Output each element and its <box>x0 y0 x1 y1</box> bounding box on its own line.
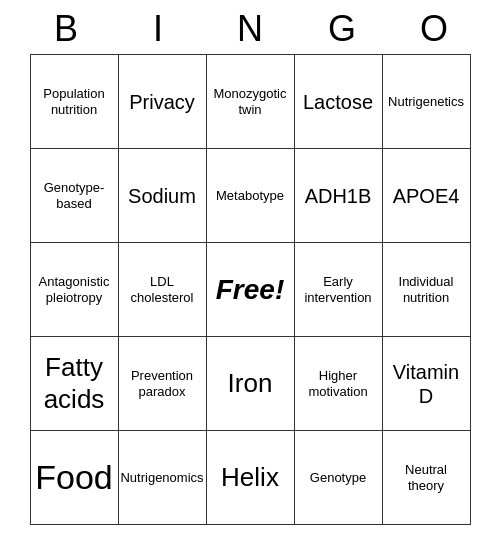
bingo-cell-4[interactable]: Nutrigenetics <box>383 55 471 149</box>
bingo-cell-22[interactable]: Helix <box>207 431 295 525</box>
bingo-cell-12[interactable]: Free! <box>207 243 295 337</box>
bingo-cell-15[interactable]: Fatty acids <box>31 337 119 431</box>
bingo-cell-3[interactable]: Lactose <box>295 55 383 149</box>
bingo-cell-7[interactable]: Metabotype <box>207 149 295 243</box>
bingo-cell-14[interactable]: Individual nutrition <box>383 243 471 337</box>
bingo-cell-9[interactable]: APOE4 <box>383 149 471 243</box>
bingo-cell-23[interactable]: Genotype <box>295 431 383 525</box>
bingo-cell-1[interactable]: Privacy <box>119 55 207 149</box>
bingo-header: BINGO <box>20 0 480 54</box>
bingo-cell-19[interactable]: Vitamin D <box>383 337 471 431</box>
bingo-cell-20[interactable]: Food <box>31 431 119 525</box>
bingo-grid: Population nutritionPrivacyMonozygotic t… <box>30 54 471 525</box>
bingo-cell-17[interactable]: Iron <box>207 337 295 431</box>
header-letter-n: N <box>206 8 294 50</box>
bingo-cell-2[interactable]: Monozygotic twin <box>207 55 295 149</box>
bingo-cell-21[interactable]: Nutrigenomics <box>119 431 207 525</box>
bingo-cell-8[interactable]: ADH1B <box>295 149 383 243</box>
bingo-cell-18[interactable]: Higher motivation <box>295 337 383 431</box>
bingo-cell-10[interactable]: Antagonistic pleiotropy <box>31 243 119 337</box>
header-letter-b: B <box>22 8 110 50</box>
header-letter-o: O <box>390 8 478 50</box>
bingo-cell-24[interactable]: Neutral theory <box>383 431 471 525</box>
bingo-cell-6[interactable]: Sodium <box>119 149 207 243</box>
bingo-cell-0[interactable]: Population nutrition <box>31 55 119 149</box>
bingo-cell-11[interactable]: LDL cholesterol <box>119 243 207 337</box>
header-letter-g: G <box>298 8 386 50</box>
header-letter-i: I <box>114 8 202 50</box>
bingo-cell-16[interactable]: Prevention paradox <box>119 337 207 431</box>
bingo-cell-5[interactable]: Genotype-based <box>31 149 119 243</box>
bingo-cell-13[interactable]: Early intervention <box>295 243 383 337</box>
